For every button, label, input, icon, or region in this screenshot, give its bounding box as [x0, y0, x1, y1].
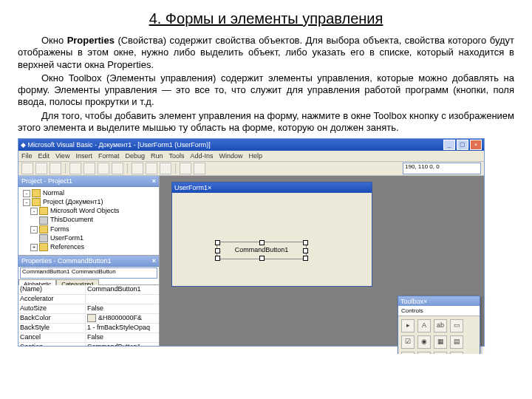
- menu-item[interactable]: Help: [249, 152, 263, 160]
- minimize-button[interactable]: _: [443, 140, 455, 150]
- property-row[interactable]: CancelFalse: [18, 333, 159, 343]
- maximize-button[interactable]: ▢: [457, 140, 468, 150]
- toolbox-title: Toolbox: [400, 298, 423, 305]
- menu-item[interactable]: Edit: [38, 152, 50, 160]
- menu-item[interactable]: File: [21, 152, 33, 160]
- menu-item[interactable]: Insert: [75, 152, 92, 160]
- toolbar: 190, 110 0, 0: [18, 162, 484, 176]
- tree-node[interactable]: +References: [20, 242, 157, 251]
- form-designer[interactable]: UserForm1 × CommandButton1 Toolbox: [160, 176, 484, 346]
- app-icon: ◆: [21, 141, 26, 149]
- toolbox-close-icon[interactable]: ×: [423, 298, 427, 305]
- toolbox-control-icon[interactable]: ◉: [417, 335, 431, 349]
- location-box[interactable]: 190, 110 0, 0: [403, 163, 481, 174]
- toolbar-btn[interactable]: [69, 163, 81, 174]
- menu-item[interactable]: Window: [219, 152, 243, 160]
- panel-close-icon[interactable]: ×: [152, 177, 156, 185]
- toolbar-btn[interactable]: [50, 163, 61, 174]
- toolbar-btn[interactable]: [83, 163, 95, 174]
- close-button[interactable]: ×: [470, 140, 482, 150]
- tree-node[interactable]: UserForm1: [20, 233, 157, 242]
- form-close-icon[interactable]: ×: [208, 184, 211, 191]
- toolbar-btn[interactable]: [112, 163, 123, 174]
- command-button[interactable]: CommandButton1: [216, 242, 307, 259]
- ide-screenshot: ◆ Microsoft Visual Basic - Документ1 - […: [18, 138, 485, 347]
- toolbox-window[interactable]: Toolbox × Controls ▸Aab▭☑◉▦▤⌄⇕↻▣◧⊞☐: [398, 296, 480, 354]
- paragraph-3: Для того, чтобы добавить элемент управле…: [18, 110, 514, 134]
- menu-item[interactable]: Tools: [168, 152, 184, 160]
- menu-item[interactable]: Run: [151, 152, 163, 160]
- toolbar-btn[interactable]: [21, 163, 33, 174]
- property-row[interactable]: Accelerator: [18, 295, 159, 304]
- toolbox-control-icon[interactable]: ⇕: [417, 352, 431, 354]
- toolbar-btn[interactable]: [132, 163, 143, 174]
- tree-node[interactable]: -Normal: [20, 188, 157, 197]
- object-selector[interactable]: CommandButton1 CommandButton: [20, 267, 157, 279]
- toolbox-control-icon[interactable]: ab: [434, 319, 447, 332]
- property-row[interactable]: CaptionCommandButton1: [18, 343, 159, 346]
- menu-item[interactable]: Format: [98, 152, 120, 160]
- menu-item[interactable]: Debug: [125, 152, 145, 160]
- toolbox-control-icon[interactable]: ▣: [450, 352, 463, 354]
- toolbar-btn[interactable]: [194, 163, 205, 174]
- tree-node[interactable]: -Forms: [20, 225, 157, 233]
- paragraph-2: Окно Toolbox (Элементы управления) содер…: [18, 72, 514, 109]
- menubar: FileEditViewInsertFormatDebugRunToolsAdd…: [18, 151, 484, 162]
- toolbox-control-icon[interactable]: ☑: [401, 335, 415, 349]
- property-row[interactable]: BackStyle1 - fmBackStyleOpaq: [18, 324, 159, 333]
- tree-node[interactable]: -Project (Документ1): [20, 197, 157, 206]
- project-panel-title: Project - Project1×: [18, 176, 159, 187]
- toolbox-control-icon[interactable]: ▦: [434, 335, 447, 349]
- toolbox-control-icon[interactable]: ⌄: [401, 352, 415, 354]
- menu-item[interactable]: Add-Ins: [190, 152, 213, 160]
- toolbox-control-icon[interactable]: A: [417, 319, 431, 332]
- userform-window[interactable]: UserForm1 × CommandButton1: [171, 182, 372, 287]
- toolbar-btn[interactable]: [160, 163, 171, 174]
- paragraph-1: Окно Properties (Свойства) содержит свой…: [18, 35, 514, 71]
- properties-panel-title: Properties - CommandButton1×: [18, 256, 159, 267]
- toolbar-btn[interactable]: [146, 163, 157, 174]
- titlebar: ◆ Microsoft Visual Basic - Документ1 - […: [18, 139, 484, 151]
- property-row[interactable]: AutoSizeFalse: [18, 304, 159, 314]
- window-title: Microsoft Visual Basic - Документ1 - [Us…: [28, 141, 211, 149]
- menu-item[interactable]: View: [55, 152, 69, 160]
- form-title: UserForm1: [174, 184, 208, 191]
- project-tree[interactable]: -Normal-Project (Документ1)-Microsoft Wo…: [18, 187, 159, 256]
- toolbar-btn[interactable]: [98, 163, 109, 174]
- section-heading: 4. Формы и элементы управления: [18, 10, 514, 27]
- property-grid[interactable]: (Name)CommandButton1AcceleratorAutoSizeF…: [18, 285, 159, 346]
- tree-node[interactable]: -Microsoft Word Objects: [20, 206, 157, 215]
- panel-close-icon[interactable]: ×: [152, 257, 156, 265]
- toolbar-btn[interactable]: [180, 163, 191, 174]
- toolbox-tab[interactable]: Controls: [398, 306, 480, 316]
- toolbox-control-icon[interactable]: ▤: [450, 335, 463, 349]
- tree-node[interactable]: ThisDocument: [20, 215, 157, 224]
- toolbar-btn[interactable]: [35, 163, 47, 174]
- toolbox-control-icon[interactable]: ▸: [401, 319, 415, 332]
- property-row[interactable]: BackColor&H8000000F&: [18, 314, 159, 324]
- toolbox-control-icon[interactable]: ▭: [450, 319, 463, 332]
- toolbox-control-icon[interactable]: ↻: [434, 352, 447, 354]
- property-row[interactable]: (Name)CommandButton1: [18, 285, 159, 295]
